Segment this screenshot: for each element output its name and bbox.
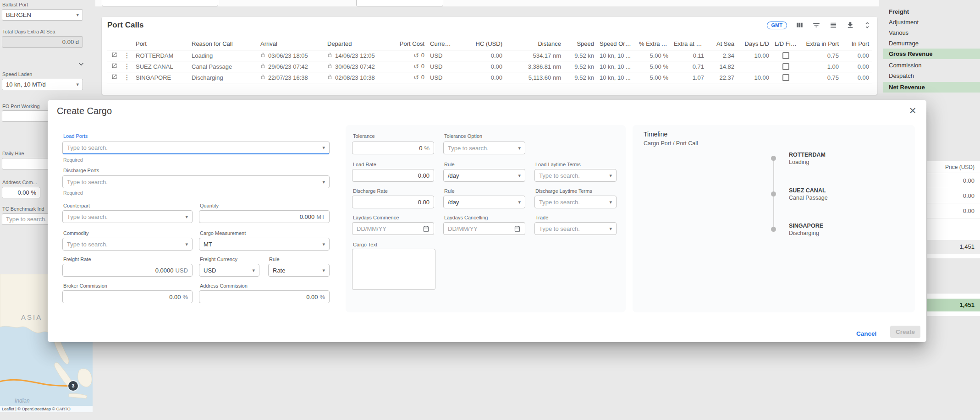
filter-icon[interactable] [812,21,821,30]
create-button[interactable]: Create [890,326,920,338]
freight-rule-select[interactable]: Rate ▾ [268,264,330,277]
pnl-item-demurrage[interactable]: Demurrage [883,38,980,49]
tolerance-input[interactable]: 0% [352,142,434,154]
hc-cell: 0.00 [456,50,505,61]
address-commission-sidebar-field[interactable]: 0.00 % [2,187,40,198]
download-icon[interactable] [846,21,855,30]
view-columns-icon[interactable] [795,21,804,30]
load-rate-input[interactable]: 0.00 [352,169,434,182]
discharge-rate-input[interactable]: 0.00 [352,196,434,208]
pnl-item-freight[interactable]: Freight [883,6,980,17]
currency-cell: USD [427,61,456,72]
lock-icon [260,74,265,81]
freight-currency-label: Freight Currency [200,256,237,262]
pnl-item-commission[interactable]: Commission [883,60,980,71]
discharge-rule-label: Rule [444,188,455,194]
column-header-days-ld[interactable]: Days L/D [737,38,772,50]
cancel-button[interactable]: Cancel [853,328,880,339]
discharge-ports-label: Discharge Ports [63,168,99,173]
discharge-rule-select[interactable]: /day ▾ [443,196,525,208]
column-header-currency[interactable]: Currency [427,38,456,50]
column-header-speed[interactable]: Speed [564,38,597,50]
column-header-extra-at-sea[interactable]: Extra at Sea [671,38,707,50]
port-call-row[interactable]: ⋮ ROTTERDAM Loading 03/06/23 18:05 14/06… [107,50,872,61]
column-header-reason[interactable]: Reason for Call [189,38,258,50]
column-header-extra-in-port[interactable]: Extra in Port [799,38,842,50]
pnl-item-various[interactable]: Various [883,27,980,38]
ld-fixed-checkbox[interactable] [782,74,789,81]
history-icon[interactable]: ↺ [413,63,419,70]
cargo-text-input[interactable] [352,249,435,290]
tolerance-option-select[interactable]: Type to search. ▾ [443,142,525,154]
column-header-arrival[interactable]: Arrival [258,38,325,50]
at-sea-cell: 2.34 [707,50,737,61]
open-in-new-icon[interactable] [111,52,117,58]
port-call-row[interactable]: ⋮ SUEZ CANAL Canal Passage 29/06/23 07:4… [107,61,872,72]
address-commission-input[interactable]: 0.00% [199,290,330,303]
more-vert-icon[interactable]: ⋮ [124,73,131,82]
close-icon[interactable]: × [906,104,919,117]
collapse-chevron-icon[interactable] [76,59,86,69]
discharge-ports-input[interactable]: Type to search. ▾ [62,175,330,188]
port-call-row[interactable]: ⋮ SINGAPORE Discharging 22/07/23 16:38 0… [107,72,872,83]
pnl-item-gross-revenue[interactable]: Gross Revenue [883,49,980,59]
calendar-icon[interactable] [423,225,429,232]
column-header-distance[interactable]: Distance [505,38,564,50]
commodity-select[interactable]: Type to search. ▾ [62,238,193,251]
freight-rate-input[interactable]: 0.0000USD [62,264,193,277]
column-header-port[interactable]: Port [133,38,189,50]
ld-fixed-checkbox[interactable] [782,52,789,59]
pnl-item-net-revenue[interactable]: Net Revenue [883,82,980,93]
column-header-pct-extra[interactable]: % Extra At ... [636,38,671,50]
column-header-departed[interactable]: Departed [325,38,391,50]
history-icon[interactable]: ↺ [413,52,419,59]
pnl-item-adjustment[interactable]: Adjustment [883,17,980,27]
load-ports-input[interactable]: Type to search. ▾ [62,142,330,154]
pnl-item-despatch[interactable]: Despatch [883,71,980,81]
toolbar-field[interactable] [356,0,443,6]
discharge-laytime-terms-select[interactable]: Type to search. ▾ [534,196,617,208]
map-cluster-marker[interactable]: 3 [68,381,78,391]
load-rule-select[interactable]: /day ▾ [443,169,525,182]
speed-cell: 9.52 kn [564,50,597,61]
more-vert-icon[interactable]: ⋮ [124,51,131,60]
chevron-down-icon: ▾ [518,173,521,178]
more-vert-icon[interactable]: ⋮ [124,62,131,71]
ballast-port-select[interactable]: BERGEN ▾ [2,9,83,21]
unfold-more-icon[interactable] [863,21,872,30]
open-in-new-icon[interactable] [111,74,117,80]
gmt-badge[interactable]: GMT [767,22,787,29]
column-header-at-sea[interactable]: At Sea [707,38,737,50]
lock-icon [260,52,265,59]
column-header-hc[interactable]: HC (USD) [456,38,505,50]
open-in-new-icon[interactable] [111,63,117,69]
extra-in-port-cell: 0.75 [799,72,842,83]
laydays-commence-input[interactable]: DD/MM/YY [352,222,434,235]
column-header-in-port[interactable]: In Port [842,38,872,50]
history-icon[interactable]: ↺ [413,74,419,81]
freight-currency-select[interactable]: USD ▾ [199,264,259,277]
port-cost-cell: 0 [421,52,424,59]
column-header-speed-order[interactable]: Speed Order [597,38,636,50]
ld-fixed-checkbox[interactable] [782,63,789,70]
quantity-label: Quantity [200,203,219,208]
cargo-measurement-select[interactable]: MT ▾ [199,238,330,251]
trade-select[interactable]: Type to search. ▾ [534,222,617,235]
counterpart-select[interactable]: Type to search. ▾ [62,210,193,223]
broker-commission-input[interactable]: 0.00% [62,290,193,303]
toolbar-field[interactable] [102,0,218,6]
laydays-cancelling-input[interactable]: DD/MM/YY [443,222,525,235]
load-ports-label: Load Ports [63,133,88,139]
chevron-down-icon: ▾ [322,145,325,150]
timeline-entry: SUEZ CANAL Canal Passage [789,187,828,202]
calendar-icon[interactable] [514,225,521,232]
required-hint: Required [63,190,83,196]
quantity-input[interactable]: 0.000MT [199,210,330,223]
load-laytime-terms-select[interactable]: Type to search. ▾ [534,169,617,182]
speed-laden-select[interactable]: 10 kn, 10 MT/d ▾ [2,79,83,90]
column-header-ld-fixed[interactable]: L/D Fixed [772,38,799,50]
column-header-port-cost[interactable]: Port Cost [391,38,427,50]
reason-cell: Discharging [189,72,258,83]
view-list-icon[interactable] [829,21,838,30]
address-commission-sidebar-label: Address Com... [2,180,37,185]
